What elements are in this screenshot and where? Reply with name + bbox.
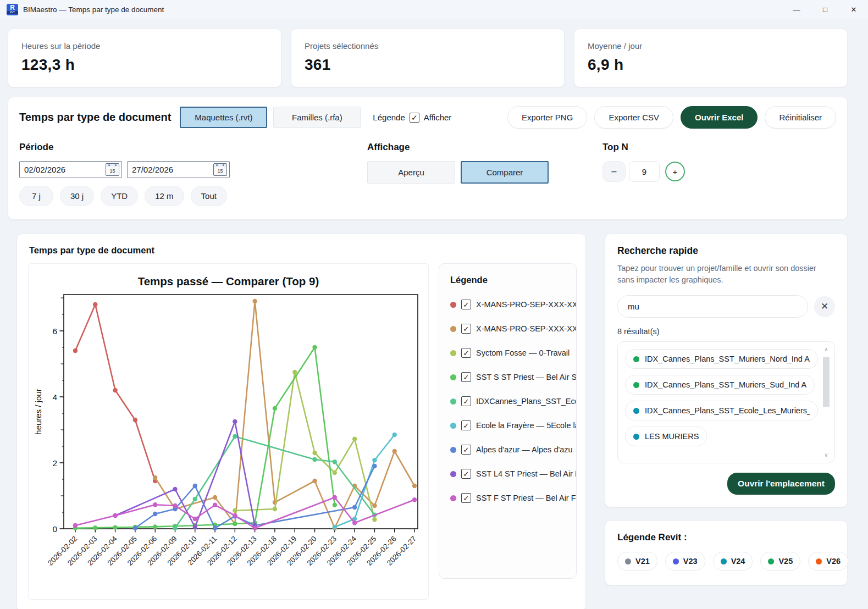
affichage-comparer-button[interactable]: Comparer (461, 161, 549, 184)
legend-panel: Légende ✓ X-MANS-PRO-SEP-XXX-XX ✓ X-MANS… (439, 263, 577, 579)
close-icon[interactable]: ✕ (839, 0, 868, 19)
open-excel-button[interactable]: Ouvrir Excel (681, 106, 758, 129)
version-color-dot (768, 558, 774, 564)
maximize-icon[interactable]: □ (811, 0, 839, 19)
revit-version-badge: V21 (617, 552, 657, 571)
series-checkbox[interactable]: ✓ (461, 324, 471, 334)
series-checkbox[interactable]: ✓ (461, 493, 471, 503)
date-from-input[interactable] (24, 165, 106, 174)
result-item[interactable]: IDX_Cannes_Plans_SST_Muriers_Nord_Ind A (625, 349, 818, 369)
version-label: V23 (683, 557, 698, 566)
version-color-dot (625, 558, 631, 564)
series-checkbox[interactable]: ✓ (461, 420, 471, 430)
svg-text:0: 0 (52, 524, 57, 534)
titlebar: R RVT BIMaestro — Temps par type de docu… (0, 0, 868, 19)
affichage-apercu-button[interactable]: Aperçu (367, 161, 455, 184)
chevron-down-icon[interactable]: ∨ (824, 452, 828, 458)
reset-button[interactable]: Réinitialiser (765, 106, 836, 129)
series-label: Alpes d'azur — Alpes d'azu (476, 445, 573, 454)
series-label: IDXCannes_Plans_SST_Ecol. (476, 397, 576, 406)
periode-label: Période (19, 142, 367, 153)
series-checkbox[interactable]: ✓ (461, 396, 471, 406)
chart-title: Temps passé — Comparer (Top 9) (33, 267, 424, 290)
result-item[interactable]: IDX_Cannes_Plans_SST_Muriers_Sud_Ind A (625, 375, 815, 395)
version-label: V26 (826, 557, 841, 566)
export-png-button[interactable]: Exporter PNG (507, 106, 587, 129)
calendar-icon[interactable]: 15 (106, 163, 119, 176)
version-label: V24 (731, 557, 745, 566)
chart-card: Temps par type de document Temps passé —… (16, 234, 586, 609)
open-location-button[interactable]: Ouvrir l'emplacement (727, 473, 835, 495)
topn-label: Top N (602, 142, 836, 153)
scrollbar-thumb[interactable] (823, 357, 830, 407)
legend-toggle: Légende ✓ Afficher (373, 113, 451, 123)
range-30d-button[interactable]: 30 j (60, 186, 94, 206)
svg-text:4: 4 (52, 392, 57, 402)
search-description: Tapez pour trouver un projet/famille et … (617, 263, 835, 286)
range-all-button[interactable]: Tout (191, 186, 227, 206)
series-label: SST L4 ST Priest — Bel Air L (476, 469, 576, 478)
range-7d-button[interactable]: 7 j (19, 186, 53, 206)
results-list: IDX_Cannes_Plans_SST_Muriers_Nord_Ind A … (617, 341, 835, 463)
result-label: LES MURIERS (645, 432, 699, 441)
chevron-up-icon[interactable]: ∧ (824, 346, 828, 353)
search-heading: Recherche rapide (617, 245, 835, 257)
stat-label: Moyenne / jour (588, 41, 834, 51)
result-item[interactable]: LES MURIERS (625, 427, 707, 446)
range-ytd-button[interactable]: YTD (101, 186, 138, 206)
minimize-icon[interactable]: — (782, 0, 811, 19)
date-from-field[interactable]: 15 (19, 161, 122, 178)
search-input[interactable] (617, 295, 808, 318)
results-scrollbar[interactable]: ∧ ∨ (822, 346, 831, 458)
export-csv-button[interactable]: Exporter CSV (594, 106, 673, 129)
series-color-dot (450, 302, 456, 308)
doc-type-maquettes-button[interactable]: Maquettes (.rvt) (180, 107, 267, 128)
topn-increment-button[interactable]: + (665, 162, 685, 181)
window-controls: — □ ✕ (782, 0, 868, 19)
legend-item: ✓ X-MANS-PRO-SEP-XXX-XX (450, 324, 576, 334)
toolbar-heading: Temps par type de document (19, 111, 171, 124)
legend-checkbox-label: Afficher (424, 113, 452, 122)
series-checkbox[interactable]: ✓ (461, 372, 471, 382)
affichage-label: Affichage (367, 142, 602, 153)
legend-item: ✓ SST S ST Priest — Bel Air S (450, 372, 576, 382)
doc-type-familles-button[interactable]: Familles (.rfa) (273, 107, 361, 128)
date-to-input[interactable] (132, 165, 213, 174)
topn-value-input[interactable] (629, 161, 660, 182)
legend-item: ✓ Syctom Fosse — 0-Travail (450, 348, 576, 358)
stat-label: Heures sur la période (21, 41, 268, 51)
series-checkbox[interactable]: ✓ (461, 445, 471, 455)
result-item[interactable]: IDX_Cannes_Plans_SST_Ecole_Les_Muriers_I… (625, 401, 818, 420)
app-icon: R RVT (7, 4, 18, 15)
series-checkbox[interactable]: ✓ (461, 348, 471, 358)
version-color-dot (721, 558, 727, 564)
topn-section: Top N – + (602, 142, 836, 206)
series-color-dot (450, 495, 456, 501)
stat-card-average: Moyenne / jour 6,9 h (574, 29, 848, 87)
toolbar-card: Temps par type de document Maquettes (.r… (8, 97, 848, 220)
revit-version-badge: V23 (665, 552, 705, 571)
legend-heading: Légende (450, 275, 576, 285)
series-color-dot (450, 398, 456, 405)
project-status-dot (633, 434, 639, 440)
periode-section: Période 15 15 7 j (19, 142, 367, 206)
series-checkbox[interactable]: ✓ (461, 300, 471, 309)
legend-visible-checkbox[interactable]: ✓ (410, 113, 419, 123)
stat-label: Projets sélectionnés (305, 41, 551, 51)
series-color-dot (450, 350, 456, 356)
revit-version-badge: V26 (808, 552, 848, 571)
revit-version-row: V21 V23 V24 V25 V26 (617, 552, 835, 571)
range-12m-button[interactable]: 12 m (145, 186, 184, 206)
legend-item: ✓ Alpes d'azur — Alpes d'azu (450, 445, 576, 455)
series-checkbox[interactable]: ✓ (461, 469, 471, 479)
clear-search-icon[interactable]: ✕ (814, 296, 835, 317)
project-status-dot (633, 356, 639, 362)
topn-decrement-button[interactable]: – (602, 161, 626, 182)
version-label: V25 (778, 557, 793, 566)
calendar-icon[interactable]: 15 (213, 163, 227, 176)
svg-text:6: 6 (52, 326, 57, 336)
date-to-field[interactable]: 15 (127, 161, 230, 178)
time-series-chart: 02462026-02-022026-02-032026-02-042026-0… (33, 290, 425, 591)
series-label: SST F ST Priest — Bel Air F (476, 494, 576, 502)
legend-item: ✓ SST F ST Priest — Bel Air F (450, 493, 576, 503)
